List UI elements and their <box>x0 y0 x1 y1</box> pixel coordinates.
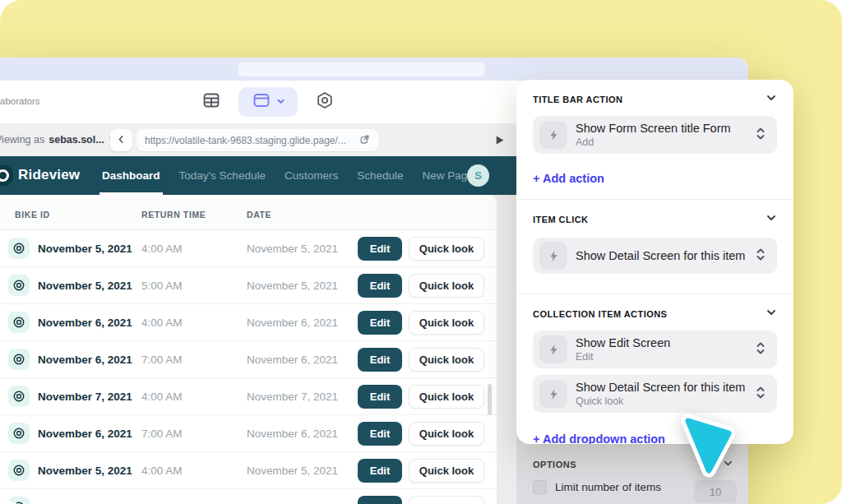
bolt-icon <box>539 380 567 408</box>
record-target-icon <box>8 497 30 504</box>
cursor-pointer-icon <box>673 408 742 480</box>
quick-look-button[interactable]: Quick look <box>409 459 484 483</box>
app-logo <box>0 164 14 190</box>
settings-nut-icon <box>315 90 335 113</box>
quick-look-button[interactable]: Quick look <box>409 496 484 504</box>
app-nav-bar: Rideview Dashboard Today's Schedule Cust… <box>0 156 516 195</box>
chevron-left-icon <box>116 133 127 148</box>
avatar[interactable]: S <box>467 164 489 187</box>
limit-checkbox[interactable] <box>533 480 547 494</box>
edit-button[interactable]: Edit <box>358 311 402 335</box>
return-time-cell: 4:00 AM <box>141 452 183 489</box>
record-target-icon <box>8 386 30 407</box>
table-row[interactable]: November 5, 2021 4:00 AM November 5, 202… <box>0 230 497 267</box>
layout-mode-button[interactable] <box>238 87 298 117</box>
bolt-icon <box>539 335 567 363</box>
quick-look-button[interactable]: Quick look <box>409 348 484 372</box>
quick-look-button[interactable]: Quick look <box>409 422 484 446</box>
edit-button[interactable]: Edit <box>358 496 402 504</box>
date-cell: November 7, 2021 <box>247 378 338 415</box>
table-row[interactable]: November 6, 2021 7:00 AM November 6, 202… <box>0 415 497 452</box>
marketing-card: aborators <box>0 0 842 504</box>
quick-look-button[interactable]: Quick look <box>409 237 484 261</box>
desktop-window-icon <box>252 90 271 113</box>
section-title: ITEM CLICK <box>533 215 588 224</box>
limit-value-input[interactable]: 10 <box>694 480 737 503</box>
chevron-down-icon <box>766 92 777 107</box>
add-action-link[interactable]: + Add action <box>533 172 604 185</box>
table-row[interactable]: November 6, 2021 4:00 AM November 6, 202… <box>0 304 497 341</box>
bike-id-cell: November 6, 2021 <box>38 341 132 378</box>
date-cell: November 6, 2021 <box>247 415 338 452</box>
edit-button[interactable]: Edit <box>358 274 402 298</box>
quick-look-button[interactable]: Quick look <box>409 311 484 335</box>
edit-button[interactable]: Edit <box>358 237 402 261</box>
date-cell: November 6, 2021 <box>247 304 338 341</box>
nav-tab-todays-schedule[interactable]: Today's Schedule <box>179 156 266 195</box>
action-subtitle: Add <box>576 136 731 149</box>
settings-button[interactable] <box>314 91 335 113</box>
nav-tab-schedule[interactable]: Schedule <box>357 156 403 195</box>
table-row[interactable]: November 6, 2021 7:00 AM November 6, 202… <box>0 341 497 378</box>
bike-id-cell: November 7, 2021 <box>38 378 132 415</box>
action-card-edit[interactable]: Show Edit Screen Edit <box>533 331 777 368</box>
table-row[interactable]: Edit Quick look <box>0 489 497 504</box>
table-row[interactable]: November 5, 2021 4:00 AM November 5, 202… <box>0 452 497 489</box>
return-time-cell: 4:00 AM <box>141 230 183 267</box>
action-title: Show Form Screen title Form <box>576 121 731 136</box>
scrollbar-thumb[interactable] <box>488 384 492 415</box>
actions-panel: TITLE BAR ACTION Show Form Screen title … <box>516 80 793 444</box>
section-header[interactable]: COLLECTION ITEM ACTIONS <box>533 307 777 320</box>
action-title: Show Detail Screen for this item <box>576 249 745 262</box>
edit-button[interactable]: Edit <box>358 459 402 483</box>
viewing-as-label: Viewing as <box>0 134 44 146</box>
return-time-cell: 5:00 AM <box>141 267 183 304</box>
action-subtitle: Edit <box>576 350 670 363</box>
table-header: BIKE ID RETURN TIME DATE <box>0 195 497 230</box>
record-target-icon <box>8 423 30 444</box>
quick-look-button[interactable]: Quick look <box>409 385 484 409</box>
action-card-title-bar[interactable]: Show Form Screen title Form Add <box>533 116 777 154</box>
limit-label: Limit number of items <box>555 481 661 493</box>
record-target-icon <box>8 460 30 481</box>
sort-chevrons-icon <box>756 341 766 358</box>
record-target-icon <box>8 312 30 333</box>
collection-item-actions-section: COLLECTION ITEM ACTIONS Show Edit Screen… <box>516 294 793 444</box>
column-header-bike-id: BIKE ID <box>15 210 50 220</box>
nav-tab-customers[interactable]: Customers <box>285 156 338 195</box>
collaborators-label: aborators <box>0 96 40 106</box>
back-button[interactable] <box>110 129 132 151</box>
section-header[interactable]: TITLE BAR ACTION <box>533 93 777 105</box>
table-row[interactable]: November 7, 2021 4:00 AM November 7, 202… <box>0 378 497 415</box>
viewing-as-dropdown[interactable]: Viewing as sebas.sol... <box>0 123 118 156</box>
url-bar[interactable]: https://volatile-tank-9683.staging.glide… <box>136 129 378 151</box>
section-header[interactable]: ITEM CLICK <box>533 213 777 225</box>
bolt-icon <box>539 121 567 149</box>
table-row[interactable]: November 5, 2021 5:00 AM November 5, 202… <box>0 267 497 304</box>
edit-button[interactable]: Edit <box>358 348 402 372</box>
quick-look-button[interactable]: Quick look <box>409 274 484 298</box>
bike-id-cell: November 6, 2021 <box>38 304 132 341</box>
return-time-cell: 4:00 AM <box>141 304 183 341</box>
nav-tab-dashboard[interactable]: Dashboard <box>102 156 160 195</box>
nav-tab-new-page[interactable]: New Page <box>422 156 473 195</box>
action-card-item-click[interactable]: Show Detail Screen for this item <box>533 238 777 274</box>
column-header-return-time: RETURN TIME <box>141 210 206 220</box>
record-target-icon <box>8 275 30 296</box>
app-nav-tabs: Dashboard Today's Schedule Customers Sch… <box>102 156 474 195</box>
date-cell: November 6, 2021 <box>247 341 338 378</box>
data-table-button[interactable] <box>201 91 222 113</box>
options-title: OPTIONS <box>533 460 576 469</box>
viewer-name: sebas.sol... <box>49 134 104 146</box>
action-title: Show Detail Screen for this item <box>576 380 745 395</box>
title-bar-action-section: TITLE BAR ACTION Show Form Screen title … <box>516 80 793 186</box>
add-dropdown-action-link[interactable]: + Add dropdown action <box>533 432 665 444</box>
external-link-icon[interactable] <box>359 133 370 148</box>
date-cell: November 5, 2021 <box>247 230 338 267</box>
play-button[interactable] <box>490 131 508 149</box>
action-subtitle: Quick look <box>576 395 745 408</box>
edit-button[interactable]: Edit <box>358 422 402 446</box>
chevron-down-icon <box>766 307 777 321</box>
date-cell: November 5, 2021 <box>247 452 338 489</box>
edit-button[interactable]: Edit <box>358 385 402 409</box>
